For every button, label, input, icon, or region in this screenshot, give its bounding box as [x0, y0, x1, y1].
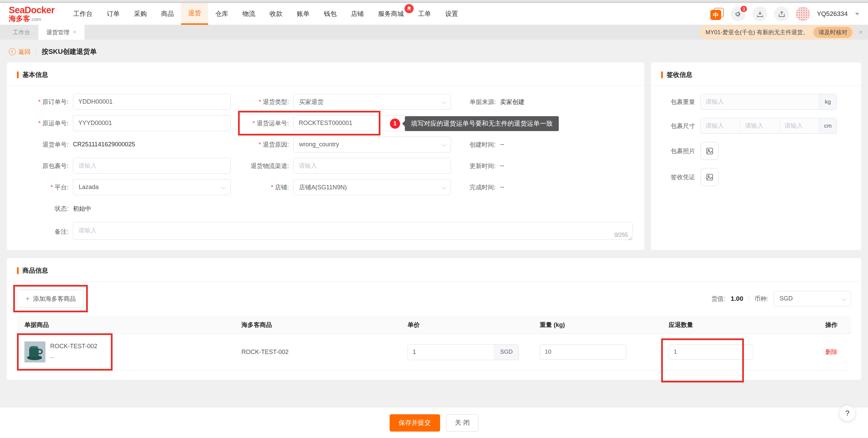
section-accent-bar — [17, 267, 19, 274]
add-product-button[interactable]: + 添加海多客商品 — [17, 290, 84, 308]
price-currency-suffix: SGD — [494, 345, 518, 360]
nav-item-procurement[interactable]: 采购 — [127, 3, 154, 25]
product-sub: -- — [50, 354, 97, 361]
nav-item-logistics[interactable]: 物流 — [235, 3, 262, 25]
topbar: SeaDocker 海多客.com 工作台 订单 采购 商品 退货 仓库 物流 … — [0, 3, 868, 25]
platform-select[interactable]: Lazada — [73, 179, 231, 195]
orig-order-input[interactable] — [73, 94, 231, 110]
updated-at-label: 更新时间: — [454, 162, 500, 170]
announcement-button[interactable]: 3 — [731, 6, 746, 21]
orig-package-input[interactable] — [73, 158, 231, 174]
delete-row-button[interactable]: 删除 — [825, 349, 837, 355]
logo[interactable]: SeaDocker 海多客.com — [9, 3, 55, 25]
nav-item-bills[interactable]: 账单 — [290, 3, 317, 25]
package-photo-upload-button[interactable] — [701, 142, 718, 160]
help-button[interactable]: ? — [840, 405, 855, 421]
divider — [651, 85, 861, 86]
currency-label: 币种: — [754, 295, 768, 303]
return-type-select[interactable]: 买家退货 — [293, 94, 451, 110]
created-at-value: -- — [500, 141, 504, 148]
return-no-label: 退货单号: — [17, 141, 73, 149]
col-action: 操作 — [781, 321, 844, 329]
logistics-channel-label: 退货物流渠道: — [234, 162, 293, 170]
close-button[interactable]: 关 闭 — [446, 414, 478, 432]
size-unit: cm — [819, 118, 836, 133]
weight-input[interactable] — [540, 345, 626, 360]
return-reason-select[interactable]: wrong_country — [293, 137, 451, 152]
nav-item-products[interactable]: 商品 — [154, 3, 181, 25]
nav-item-wallet[interactable]: 钱包 — [317, 3, 344, 25]
tab-return-management-label: 退货管理 — [46, 28, 70, 36]
nav-item-orders[interactable]: 订单 — [100, 3, 127, 25]
language-switch-glyph: 中 — [710, 10, 721, 20]
nav-item-collections[interactable]: 收款 — [262, 3, 290, 25]
shop-select[interactable]: 店铺A(SG11N9N) — [293, 179, 451, 195]
username[interactable]: YQ526334 — [817, 10, 848, 18]
notice-pill: MY01-爱亚仓(千仓) 有新的无主件退货。 请及时核对 — [699, 25, 855, 40]
nav-item-tickets[interactable]: 工单 — [411, 3, 438, 25]
tab-return-management[interactable]: 退货管理 × — [38, 25, 84, 40]
finished-at-value: -- — [500, 184, 504, 191]
table-row: ROCK-TEST-002 -- ROCK-TEST-002 SGD — [17, 334, 851, 370]
nav-item-service-mall[interactable]: 服务商城 — [371, 3, 411, 25]
nav-item-service-mall-label: 服务商城 — [378, 9, 404, 18]
nav-item-workbench[interactable]: 工作台 — [66, 3, 100, 25]
download-button[interactable] — [752, 6, 767, 21]
notice-area: MY01-爱亚仓(千仓) 有新的无主件退货。 请及时核对 × — [699, 25, 868, 40]
product-table-header: 单据商品 海多客商品 单价 重量 (kg) 应退数量 操作 — [17, 316, 851, 334]
export-button[interactable] — [774, 6, 789, 21]
package-size-group: cm — [701, 118, 837, 134]
goods-value-label: 货值: — [711, 295, 725, 303]
unit-price-group: SGD — [408, 344, 519, 360]
back-button[interactable]: 返回 — [9, 48, 31, 56]
add-product-label: 添加海多客商品 — [33, 295, 76, 303]
updated-at-value: -- — [500, 162, 504, 169]
nav-item-settings[interactable]: 设置 — [438, 3, 465, 25]
tab-close-icon[interactable]: × — [73, 29, 76, 36]
package-height-input[interactable] — [780, 118, 819, 133]
tab-workbench[interactable]: 工作台 — [5, 25, 38, 40]
package-length-input[interactable] — [701, 118, 740, 133]
package-weight-input[interactable] — [701, 94, 819, 109]
remark-label: 备注: — [17, 228, 73, 236]
avatar[interactable] — [796, 7, 810, 21]
nav-item-warehouse[interactable]: 仓库 — [208, 3, 235, 25]
return-qty-input[interactable] — [669, 345, 753, 360]
upload-icon — [778, 10, 786, 18]
sign-info-card: 签收信息 包裹重量 kg 包裹尺寸 — [651, 62, 861, 250]
notification-count-badge: 3 — [740, 5, 748, 13]
return-type-label: 退货类型: — [234, 98, 293, 106]
package-weight-group: kg — [701, 94, 837, 110]
sign-info-header: 签收信息 — [661, 70, 851, 79]
package-width-input[interactable] — [740, 118, 779, 133]
orig-waybill-input[interactable] — [73, 115, 231, 131]
language-switch-icon[interactable]: 中 — [710, 8, 724, 20]
package-weight-label: 包裹重量 — [661, 98, 695, 106]
unit-price-input[interactable] — [408, 345, 494, 360]
remark-textarea[interactable] — [73, 222, 633, 240]
chevron-down-icon[interactable] — [855, 13, 859, 15]
col-return-qty: 应退数量 — [669, 321, 781, 329]
notice-close-icon[interactable]: × — [859, 28, 863, 36]
receipt-proof-upload-button[interactable] — [701, 168, 718, 186]
currency-value: SGD — [780, 295, 793, 302]
main-content: 返回 按SKU创建退货单 基本信息 原订单号: — [0, 40, 868, 408]
product-image[interactable] — [24, 341, 45, 362]
save-submit-button[interactable]: 保存并提交 — [390, 414, 440, 432]
chevron-down-icon — [441, 99, 446, 104]
nav-item-shops[interactable]: 店铺 — [344, 3, 371, 25]
chevron-down-icon — [441, 142, 446, 146]
nav-item-returns[interactable]: 退货 — [181, 3, 208, 25]
product-info-header: 商品信息 — [17, 266, 851, 275]
notice-action-button[interactable]: 请及时核对 — [813, 27, 852, 38]
goods-value: 1.00 — [731, 295, 743, 303]
logistics-channel-input[interactable] — [293, 158, 451, 174]
chevron-down-icon — [842, 296, 846, 300]
section-accent-bar — [17, 71, 19, 78]
weight-unit: kg — [819, 94, 836, 109]
currency-select[interactable]: SGD — [774, 291, 851, 306]
basic-info-card: 基本信息 原订单号: 退货类型: 买家退货 — [7, 62, 644, 250]
orig-waybill-label: 原运单号: — [17, 119, 73, 127]
product-sku: ROCK-TEST-002 — [50, 343, 97, 350]
back-label: 返回 — [18, 48, 31, 56]
